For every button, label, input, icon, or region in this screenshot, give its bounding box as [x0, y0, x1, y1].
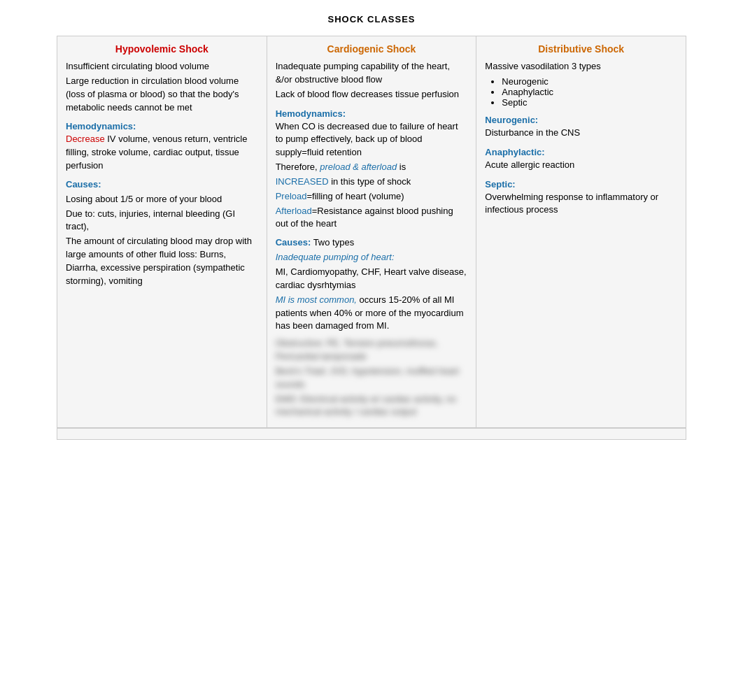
hypo-cause-1: Losing about 1/5 or more of your blood — [66, 193, 258, 206]
septic-section: Septic: Overwhelming response to inflamm… — [485, 179, 677, 217]
hypo-causes-label-inline: Causes: — [66, 178, 258, 192]
cardio-causes-label: Causes: Two types — [276, 236, 468, 250]
hypo-cause-2: Due to: cuts, injuries, internal bleedin… — [66, 208, 258, 234]
cardio-hemo-text: When CO is decreased due to failure of h… — [276, 120, 468, 160]
bottom-bar — [57, 428, 686, 439]
cardio-causes-section: Causes: Two types Inadequate pumping of … — [276, 236, 468, 419]
inadequate-text: Inadequate pumping of heart: — [276, 252, 395, 262]
cardio-preload-line: Preload=filling of heart (volume) — [276, 190, 468, 203]
preload-text: =filling of heart (volume) — [306, 191, 404, 201]
increased-text: INCREASED — [276, 176, 329, 187]
septic-label: Septic: — [485, 179, 677, 190]
outer-container: Hypovolemic Shock Insufficient circulati… — [57, 36, 686, 440]
blurred-line-2: Beck's Triad: JVD, hypotension, muffled … — [276, 365, 468, 392]
cardio-therefore: Therefore, preload & afterload is — [276, 161, 468, 174]
hypo-cause-3: The amount of circulating blood may drop… — [66, 235, 258, 287]
blurred-content: Obstructive: PE, Tension pneumothorax, P… — [276, 337, 468, 419]
bullet-anaphylactic: Anaphylactic — [502, 87, 677, 97]
hypo-hemodynamics-label: Hemodynamics: — [66, 121, 258, 131]
cardio-intro-1: Inadequate pumping capability of the hea… — [276, 60, 468, 87]
hypovolemic-header: Hypovolemic Shock — [66, 43, 258, 55]
distributive-header: Distributive Shock — [485, 43, 677, 55]
cardiogenic-column: Cardiogenic Shock Inadequate pumping cap… — [267, 36, 477, 427]
afterload-label: Afterload — [276, 206, 312, 216]
cardio-hemodynamics-label: Hemodynamics: — [276, 108, 468, 119]
in-this-type-text: in this type of shock — [329, 176, 411, 187]
bullet-septic: Septic — [502, 97, 677, 108]
distrib-intro: Massive vasodilation 3 types — [485, 60, 677, 73]
cardio-increased: INCREASED in this type of shock — [276, 176, 468, 189]
blurred-line-1: Obstructive: PE, Tension pneumothorax, P… — [276, 337, 468, 364]
cardio-mi-line: MI is most common, occurs 15-20% of all … — [276, 294, 468, 334]
decrease-text: Decrease — [66, 134, 105, 144]
preload-afterload-italic: preload & afterload — [320, 162, 397, 172]
anaphylactic-section: Anaphylactic: Acute allergic reaction — [485, 147, 677, 172]
septic-text: Overwhelming response to inflammatory or… — [485, 191, 677, 217]
mi-italic-text: MI is most common, — [276, 294, 357, 305]
is-text: is — [397, 162, 406, 172]
cardio-inadequate-label: Inadequate pumping of heart: — [276, 251, 468, 264]
neurogenic-label: Neurogenic: — [485, 115, 677, 125]
hypo-intro-2: Large reduction in circulation blood vol… — [66, 75, 258, 115]
neurogenic-section: Neurogenic: Disturbance in the CNS — [485, 115, 677, 140]
neurogenic-text: Disturbance in the CNS — [485, 127, 677, 140]
blurred-line-3: EMD: Electrical activity w/ cardiac acti… — [276, 393, 468, 420]
page-title: SHOCK CLASSES — [0, 0, 743, 36]
distributive-column: Distributive Shock Massive vasodilation … — [476, 36, 686, 427]
cardiogenic-header: Cardiogenic Shock — [276, 43, 468, 55]
cardio-intro-2: Lack of blood flow decreases tissue perf… — [276, 88, 468, 101]
preload-label: Preload — [276, 191, 307, 201]
hypo-intro-1: Insufficient circulating blood volume — [66, 60, 258, 73]
cardio-causes-list: MI, Cardiomyopathy, CHF, Heart valve dis… — [276, 266, 468, 292]
cardio-afterload-line: Afterload=Resistance against blood pushi… — [276, 205, 468, 231]
bullet-neurogenic: Neurogenic — [502, 76, 677, 87]
columns-wrapper: Hypovolemic Shock Insufficient circulati… — [57, 36, 686, 428]
hypovolemic-column: Hypovolemic Shock Insufficient circulati… — [57, 36, 267, 427]
distrib-bullet-list: Neurogenic Anaphylactic Septic — [502, 76, 677, 108]
two-types-text: Two types — [311, 237, 354, 248]
anaphylactic-text: Acute allergic reaction — [485, 159, 677, 172]
hypo-hemodynamics-text: Decrease IV volume, venous return, ventr… — [66, 133, 258, 173]
therefore-label: Therefore, — [276, 162, 320, 172]
hypo-causes-section: Causes: Losing about 1/5 or more of your… — [66, 178, 258, 288]
anaphylactic-label: Anaphylactic: — [485, 147, 677, 157]
